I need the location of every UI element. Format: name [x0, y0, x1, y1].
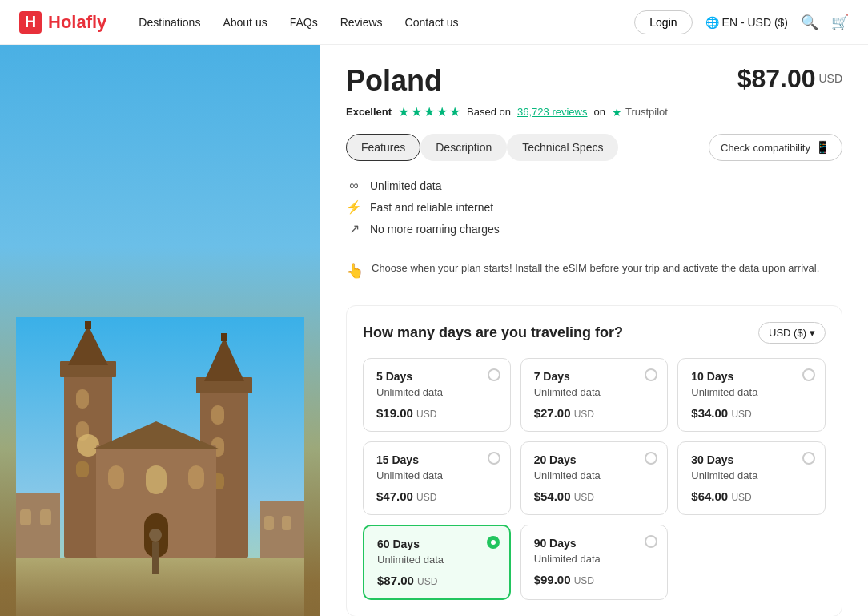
product-image-column: H Scan the QR code and connect instantly: [0, 45, 320, 616]
rating-row: Excellent ★ ★ ★ ★ ★ Based on 36,723 revi…: [346, 104, 842, 119]
day-card-name-20d: 20 Days: [534, 453, 655, 466]
login-button[interactable]: Login: [634, 10, 692, 34]
product-header: Poland $87.00 USD: [346, 64, 842, 98]
cart-icon[interactable]: 🛒: [831, 14, 849, 31]
product-detail: Poland $87.00 USD Excellent ★ ★ ★ ★ ★ Ba…: [320, 45, 868, 616]
svg-rect-29: [264, 516, 274, 530]
feature-text-3: No more roaming charges: [370, 223, 500, 236]
star-3: ★: [424, 104, 435, 119]
star-1: ★: [398, 104, 409, 119]
svg-rect-30: [282, 516, 291, 530]
day-card-radio-10d: [802, 368, 815, 381]
nav-reviews[interactable]: Reviews: [340, 16, 383, 29]
features-list: ∞ Unlimited data ⚡ Fast and reliable int…: [346, 175, 842, 240]
svg-rect-5: [85, 321, 91, 329]
tab-technical[interactable]: Technical Specs: [507, 134, 618, 161]
day-card-radio-30d: [802, 452, 815, 465]
fast-icon: ⚡: [346, 199, 362, 215]
trustpilot-badge: ★ Trustpilot: [612, 106, 668, 119]
globe-icon: 🌐: [705, 16, 719, 29]
currency-label: USD ($): [769, 327, 806, 339]
reviews-suffix: on: [593, 106, 605, 118]
day-card-radio-60d: [487, 536, 500, 549]
install-icon: 👆: [346, 262, 364, 280]
day-card-price-90d: $99.00 USD: [534, 573, 655, 586]
tab-description[interactable]: Description: [420, 134, 507, 161]
svg-rect-6: [76, 389, 89, 409]
day-card-data-30d: Unlimited data: [691, 469, 812, 481]
day-card-data-15d: Unlimited data: [376, 469, 497, 481]
day-card-7d[interactable]: 7 DaysUnlimited data$27.00 USD: [520, 358, 669, 432]
day-card-price-10d: $34.00 USD: [691, 406, 812, 420]
day-card-15d[interactable]: 15 DaysUnlimited data$47.00 USD: [363, 441, 511, 515]
star-5: ★: [449, 104, 460, 119]
navbar: H Holafly Destinations About us FAQs Rev…: [0, 0, 868, 45]
language-selector[interactable]: 🌐 EN - USD ($): [705, 16, 788, 29]
svg-rect-1: [16, 558, 304, 616]
svg-rect-22: [146, 465, 167, 494]
roaming-icon: ↗: [346, 221, 362, 236]
day-card-60d[interactable]: 60 DaysUnlimited data$87.00 USD: [363, 525, 511, 600]
day-card-90d[interactable]: 90 DaysUnlimited data$99.00 USD: [520, 525, 669, 600]
day-card-data-20d: Unlimited data: [534, 469, 655, 481]
nav-faqs[interactable]: FAQs: [290, 16, 318, 29]
star-4: ★: [436, 104, 448, 119]
svg-rect-25: [16, 493, 60, 558]
day-card-data-90d: Unlimited data: [534, 553, 655, 565]
currency-selector[interactable]: USD ($) ▾: [758, 322, 826, 344]
day-card-name-5d: 5 Days: [376, 370, 497, 383]
day-card-10d[interactable]: 10 DaysUnlimited data$34.00 USD: [677, 358, 826, 432]
check-compat-icon: 📱: [815, 140, 830, 155]
main-layout: H Scan the QR code and connect instantly…: [0, 45, 868, 616]
day-card-price-60d: $87.00 USD: [377, 574, 496, 587]
church-illustration: [16, 317, 304, 616]
day-card-data-60d: Unlimited data: [377, 554, 496, 566]
svg-rect-21: [188, 465, 204, 489]
unlimited-icon: ∞: [346, 179, 362, 193]
rating-label: Excellent: [346, 106, 392, 118]
day-card-name-7d: 7 Days: [534, 370, 655, 383]
brand-logo[interactable]: H Holafly: [19, 11, 106, 34]
day-card-name-60d: 60 Days: [377, 537, 496, 550]
days-section: How many days are you traveling for? USD…: [346, 305, 842, 616]
nav-destinations[interactable]: Destinations: [139, 16, 200, 29]
day-card-data-5d: Unlimited data: [376, 386, 497, 398]
svg-point-9: [77, 434, 99, 457]
day-card-radio-20d: [645, 452, 657, 465]
tabs-row: Features Description Technical Specs Che…: [346, 134, 842, 161]
day-card-5d[interactable]: 5 DaysUnlimited data$19.00 USD: [363, 358, 511, 432]
day-card-radio-15d: [488, 452, 500, 465]
day-card-radio-5d: [488, 368, 500, 381]
reviews-prefix: Based on: [467, 106, 511, 118]
product-title: Poland: [346, 64, 442, 98]
search-icon[interactable]: 🔍: [801, 14, 818, 31]
nav-about[interactable]: About us: [223, 16, 267, 29]
day-card-name-90d: 90 Days: [534, 537, 655, 550]
day-card-price-30d: $64.00 USD: [691, 489, 812, 503]
star-2: ★: [411, 104, 422, 119]
svg-rect-27: [40, 509, 51, 525]
day-card-name-10d: 10 Days: [691, 370, 812, 383]
day-card-data-7d: Unlimited data: [534, 386, 655, 398]
svg-point-24: [149, 529, 162, 542]
svg-rect-13: [221, 333, 227, 341]
tab-features[interactable]: Features: [346, 134, 420, 161]
feature-item-1: ∞ Unlimited data: [346, 175, 842, 196]
svg-rect-20: [108, 465, 124, 489]
product-price: $87.00: [737, 64, 816, 93]
reviews-link[interactable]: 36,723 reviews: [517, 106, 587, 118]
day-card-name-30d: 30 Days: [691, 453, 812, 466]
check-compat-label: Check compatibility: [721, 142, 810, 154]
svg-rect-8: [76, 461, 89, 477]
day-card-20d[interactable]: 20 DaysUnlimited data$54.00 USD: [520, 441, 669, 515]
day-card-name-15d: 15 Days: [376, 453, 497, 466]
day-card-price-5d: $19.00 USD: [376, 406, 497, 420]
day-card-radio-7d: [645, 368, 657, 381]
product-price-currency: USD: [818, 72, 842, 85]
day-card-30d[interactable]: 30 DaysUnlimited data$64.00 USD: [677, 441, 826, 515]
nav-contact[interactable]: Contact us: [405, 16, 459, 29]
star-rating: ★ ★ ★ ★ ★: [398, 104, 460, 119]
day-card-price-15d: $47.00 USD: [376, 489, 497, 503]
check-compatibility-button[interactable]: Check compatibility 📱: [709, 134, 842, 161]
feature-item-2: ⚡ Fast and reliable internet: [346, 196, 842, 218]
